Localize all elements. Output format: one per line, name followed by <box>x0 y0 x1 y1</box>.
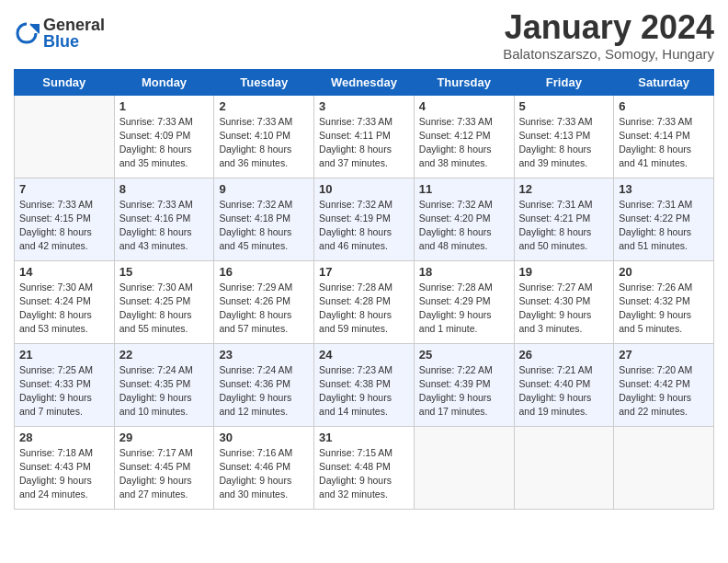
day-cell: 31Sunrise: 7:15 AMSunset: 4:48 PMDayligh… <box>314 426 415 509</box>
day-cell: 9Sunrise: 7:32 AMSunset: 4:18 PMDaylight… <box>214 178 314 260</box>
day-info: Sunrise: 7:21 AMSunset: 4:40 PMDaylight:… <box>519 363 609 419</box>
col-header-tuesday: Tuesday <box>214 69 314 95</box>
day-info: Sunrise: 7:33 AMSunset: 4:12 PMDaylight:… <box>419 115 509 171</box>
calendar-table: SundayMondayTuesdayWednesdayThursdayFrid… <box>14 69 714 510</box>
day-cell <box>414 426 514 509</box>
day-cell: 12Sunrise: 7:31 AMSunset: 4:21 PMDayligh… <box>514 178 614 260</box>
day-cell: 16Sunrise: 7:29 AMSunset: 4:26 PMDayligh… <box>214 260 314 343</box>
month-title: January 2024 <box>503 9 714 46</box>
day-info: Sunrise: 7:25 AMSunset: 4:33 PMDaylight:… <box>19 363 109 419</box>
day-number: 16 <box>219 265 309 279</box>
col-header-thursday: Thursday <box>414 69 514 95</box>
day-cell: 29Sunrise: 7:17 AMSunset: 4:45 PMDayligh… <box>114 426 214 509</box>
day-number: 7 <box>19 182 109 196</box>
day-cell: 27Sunrise: 7:20 AMSunset: 4:42 PMDayligh… <box>614 343 714 426</box>
day-info: Sunrise: 7:28 AMSunset: 4:29 PMDaylight:… <box>419 281 509 337</box>
day-number: 18 <box>419 265 509 279</box>
day-number: 3 <box>319 99 409 113</box>
week-row-1: 1Sunrise: 7:33 AMSunset: 4:09 PMDaylight… <box>15 95 714 178</box>
day-cell: 21Sunrise: 7:25 AMSunset: 4:33 PMDayligh… <box>15 343 115 426</box>
day-cell: 6Sunrise: 7:33 AMSunset: 4:14 PMDaylight… <box>614 95 714 178</box>
col-header-wednesday: Wednesday <box>314 69 415 95</box>
day-cell: 2Sunrise: 7:33 AMSunset: 4:10 PMDaylight… <box>214 95 314 178</box>
day-info: Sunrise: 7:33 AMSunset: 4:16 PMDaylight:… <box>119 198 210 254</box>
day-number: 21 <box>19 348 109 362</box>
day-info: Sunrise: 7:28 AMSunset: 4:28 PMDaylight:… <box>319 281 409 337</box>
day-number: 24 <box>319 348 409 362</box>
day-number: 14 <box>19 265 109 279</box>
day-number: 19 <box>519 265 609 279</box>
header-row: SundayMondayTuesdayWednesdayThursdayFrid… <box>15 69 714 95</box>
day-info: Sunrise: 7:17 AMSunset: 4:45 PMDaylight:… <box>119 446 210 502</box>
day-cell: 25Sunrise: 7:22 AMSunset: 4:39 PMDayligh… <box>414 343 514 426</box>
day-number: 17 <box>319 265 409 279</box>
logo-blue: Blue <box>43 33 105 50</box>
logo-text: General Blue <box>43 17 105 50</box>
day-number: 15 <box>119 265 210 279</box>
day-cell: 1Sunrise: 7:33 AMSunset: 4:09 PMDaylight… <box>114 95 214 178</box>
title-area: January 2024 Balatonszarszo, Somogy, Hun… <box>503 9 714 62</box>
day-cell: 15Sunrise: 7:30 AMSunset: 4:25 PMDayligh… <box>114 260 214 343</box>
day-number: 6 <box>619 99 709 113</box>
day-number: 8 <box>119 182 210 196</box>
day-number: 28 <box>19 431 109 444</box>
day-info: Sunrise: 7:24 AMSunset: 4:36 PMDaylight:… <box>219 363 309 419</box>
day-number: 12 <box>519 182 609 196</box>
day-info: Sunrise: 7:22 AMSunset: 4:39 PMDaylight:… <box>419 363 509 419</box>
day-cell: 20Sunrise: 7:26 AMSunset: 4:32 PMDayligh… <box>614 260 714 343</box>
day-info: Sunrise: 7:24 AMSunset: 4:35 PMDaylight:… <box>119 363 210 419</box>
header: General Blue January 2024 Balatonszarszo… <box>14 9 714 62</box>
day-cell: 14Sunrise: 7:30 AMSunset: 4:24 PMDayligh… <box>15 260 115 343</box>
day-number: 1 <box>119 99 210 113</box>
day-number: 29 <box>119 431 210 444</box>
day-cell: 26Sunrise: 7:21 AMSunset: 4:40 PMDayligh… <box>514 343 614 426</box>
logo: General Blue <box>14 17 105 50</box>
week-row-5: 28Sunrise: 7:18 AMSunset: 4:43 PMDayligh… <box>15 426 714 509</box>
day-info: Sunrise: 7:33 AMSunset: 4:15 PMDaylight:… <box>19 198 109 254</box>
day-info: Sunrise: 7:33 AMSunset: 4:10 PMDaylight:… <box>219 115 309 171</box>
day-number: 11 <box>419 182 509 196</box>
day-number: 31 <box>319 431 409 444</box>
day-info: Sunrise: 7:33 AMSunset: 4:14 PMDaylight:… <box>619 115 709 171</box>
day-cell: 11Sunrise: 7:32 AMSunset: 4:20 PMDayligh… <box>414 178 514 260</box>
logo-icon <box>14 20 40 46</box>
day-number: 10 <box>319 182 409 196</box>
day-number: 2 <box>219 99 309 113</box>
day-cell: 22Sunrise: 7:24 AMSunset: 4:35 PMDayligh… <box>114 343 214 426</box>
day-info: Sunrise: 7:20 AMSunset: 4:42 PMDaylight:… <box>619 363 709 419</box>
day-number: 5 <box>519 99 609 113</box>
day-cell <box>514 426 614 509</box>
day-info: Sunrise: 7:31 AMSunset: 4:22 PMDaylight:… <box>619 198 709 254</box>
day-number: 20 <box>619 265 709 279</box>
day-cell: 30Sunrise: 7:16 AMSunset: 4:46 PMDayligh… <box>214 426 314 509</box>
day-cell: 5Sunrise: 7:33 AMSunset: 4:13 PMDaylight… <box>514 95 614 178</box>
day-info: Sunrise: 7:27 AMSunset: 4:30 PMDaylight:… <box>519 281 609 337</box>
day-number: 25 <box>419 348 509 362</box>
day-cell: 18Sunrise: 7:28 AMSunset: 4:29 PMDayligh… <box>414 260 514 343</box>
week-row-3: 14Sunrise: 7:30 AMSunset: 4:24 PMDayligh… <box>15 260 714 343</box>
day-info: Sunrise: 7:18 AMSunset: 4:43 PMDaylight:… <box>19 446 109 502</box>
day-info: Sunrise: 7:30 AMSunset: 4:24 PMDaylight:… <box>19 281 109 337</box>
day-number: 13 <box>619 182 709 196</box>
day-cell: 4Sunrise: 7:33 AMSunset: 4:12 PMDaylight… <box>414 95 514 178</box>
day-info: Sunrise: 7:31 AMSunset: 4:21 PMDaylight:… <box>519 198 609 254</box>
day-number: 27 <box>619 348 709 362</box>
day-cell: 10Sunrise: 7:32 AMSunset: 4:19 PMDayligh… <box>314 178 415 260</box>
day-info: Sunrise: 7:33 AMSunset: 4:13 PMDaylight:… <box>519 115 609 171</box>
day-cell: 17Sunrise: 7:28 AMSunset: 4:28 PMDayligh… <box>314 260 415 343</box>
day-info: Sunrise: 7:23 AMSunset: 4:38 PMDaylight:… <box>319 363 409 419</box>
day-cell: 19Sunrise: 7:27 AMSunset: 4:30 PMDayligh… <box>514 260 614 343</box>
day-info: Sunrise: 7:29 AMSunset: 4:26 PMDaylight:… <box>219 281 309 337</box>
day-cell: 24Sunrise: 7:23 AMSunset: 4:38 PMDayligh… <box>314 343 415 426</box>
day-info: Sunrise: 7:26 AMSunset: 4:32 PMDaylight:… <box>619 281 709 337</box>
day-number: 22 <box>119 348 210 362</box>
col-header-monday: Monday <box>114 69 214 95</box>
day-cell: 28Sunrise: 7:18 AMSunset: 4:43 PMDayligh… <box>15 426 115 509</box>
day-cell: 3Sunrise: 7:33 AMSunset: 4:11 PMDaylight… <box>314 95 415 178</box>
logo-general: General <box>43 17 105 33</box>
day-info: Sunrise: 7:32 AMSunset: 4:20 PMDaylight:… <box>419 198 509 254</box>
day-cell: 23Sunrise: 7:24 AMSunset: 4:36 PMDayligh… <box>214 343 314 426</box>
day-cell: 13Sunrise: 7:31 AMSunset: 4:22 PMDayligh… <box>614 178 714 260</box>
week-row-2: 7Sunrise: 7:33 AMSunset: 4:15 PMDaylight… <box>15 178 714 260</box>
day-number: 23 <box>219 348 309 362</box>
